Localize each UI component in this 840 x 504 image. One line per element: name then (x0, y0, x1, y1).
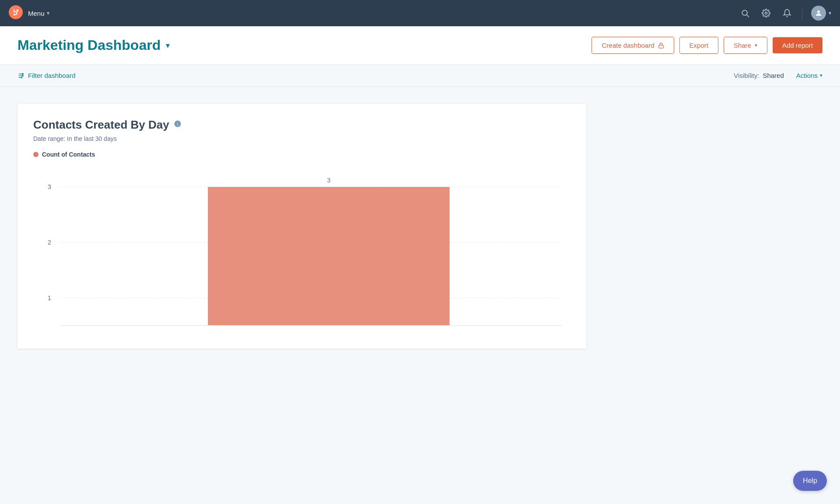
chart-legend: Count of Contacts (33, 151, 570, 158)
filter-dashboard-label: Filter dashboard (28, 72, 75, 79)
svg-rect-23 (208, 187, 450, 326)
legend-label: Count of Contacts (42, 151, 95, 158)
svg-text:3: 3 (327, 176, 330, 183)
nav-right: ▾ (739, 6, 831, 21)
dashboard-title-area: Marketing Dashboard ▾ (18, 37, 170, 53)
actions-label: Actions (796, 72, 818, 79)
avatar (811, 6, 826, 21)
legend-dot (33, 152, 38, 157)
visibility-area: Visibility: Shared Actions ▾ (734, 72, 822, 79)
main-content: Contacts Created By Day Date range: In t… (0, 87, 840, 366)
visibility-label: Visibility: (734, 72, 759, 79)
toolbar: Filter dashboard Visibility: Shared Acti… (0, 65, 840, 87)
page-header: Marketing Dashboard ▾ Create dashboard E… (0, 26, 840, 65)
svg-point-4 (765, 12, 767, 14)
nav-divider (802, 7, 802, 19)
info-icon[interactable] (174, 120, 182, 130)
svg-point-1 (17, 10, 19, 12)
export-label: Export (690, 42, 708, 49)
create-dashboard-label: Create dashboard (602, 42, 654, 49)
avatar-chevron: ▾ (829, 10, 831, 16)
dashboard-title: Marketing Dashboard (18, 37, 161, 53)
chart-container: 3 2 1 3 (33, 168, 570, 335)
header-actions: Create dashboard Export Share ▾ Add repo… (592, 37, 822, 54)
add-report-label: Add report (782, 42, 813, 49)
filter-dashboard-button[interactable]: Filter dashboard (18, 72, 75, 79)
top-nav: Menu ▾ ▾ (0, 0, 840, 26)
report-card: Contacts Created By Day Date range: In t… (18, 104, 586, 349)
share-chevron: ▾ (755, 42, 757, 48)
share-button[interactable]: Share ▾ (724, 37, 767, 54)
help-label: Help (803, 477, 817, 484)
avatar-button[interactable]: ▾ (811, 6, 831, 21)
dashboard-title-chevron[interactable]: ▾ (166, 41, 170, 50)
chart-svg: 3 2 1 3 (33, 168, 570, 335)
menu-chevron: ▾ (47, 10, 49, 16)
svg-text:1: 1 (48, 294, 51, 301)
date-range-label: Date range: (33, 135, 65, 142)
svg-text:2: 2 (48, 239, 51, 246)
report-title-row: Contacts Created By Day (33, 118, 570, 132)
share-label: Share (734, 42, 751, 49)
svg-point-15 (177, 122, 178, 123)
help-button[interactable]: Help (793, 471, 827, 491)
nav-left: Menu ▾ (9, 5, 49, 21)
create-dashboard-button[interactable]: Create dashboard (592, 37, 674, 54)
svg-text:3: 3 (48, 183, 51, 190)
svg-point-5 (817, 10, 820, 13)
visibility-value: Shared (763, 72, 784, 79)
report-title: Contacts Created By Day (33, 118, 169, 132)
svg-point-0 (9, 5, 23, 19)
svg-point-11 (22, 75, 24, 76)
export-button[interactable]: Export (679, 37, 718, 54)
menu-label: Menu (28, 10, 45, 17)
hubspot-logo (9, 5, 23, 21)
menu-button[interactable]: Menu ▾ (28, 10, 49, 17)
add-report-button[interactable]: Add report (773, 37, 822, 53)
actions-button[interactable]: Actions ▾ (796, 72, 822, 79)
notifications-button[interactable] (781, 7, 793, 19)
search-button[interactable] (739, 7, 751, 19)
svg-point-12 (21, 77, 22, 78)
date-range-value: In the last 30 days (67, 135, 117, 142)
date-range: Date range: In the last 30 days (33, 135, 570, 142)
settings-button[interactable] (760, 7, 772, 19)
actions-chevron: ▾ (820, 73, 822, 78)
svg-line-3 (747, 15, 749, 17)
svg-rect-6 (658, 45, 663, 48)
